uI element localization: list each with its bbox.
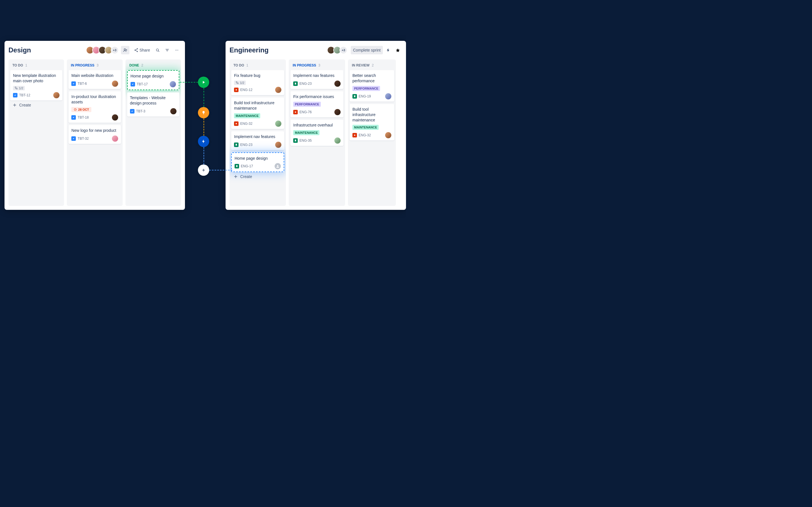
assignee-avatar[interactable] xyxy=(335,109,341,115)
search-icon[interactable] xyxy=(153,46,162,54)
trigger-play-icon[interactable] xyxy=(198,76,209,88)
issue-type-task-icon xyxy=(13,93,17,98)
card-title: Implement nav features xyxy=(293,73,341,78)
assignee-avatar[interactable] xyxy=(275,142,282,148)
design-column-todo: TO DO 1 New template illustration main c… xyxy=(8,59,64,206)
create-issue-button[interactable]: Create xyxy=(10,101,62,110)
due-date: 28 OCT xyxy=(78,108,89,111)
issue-key: TBT-17 xyxy=(137,82,148,86)
subtask-badge: 1/2 xyxy=(234,80,246,85)
issue-card[interactable]: Build tool infrastructure maintenance MA… xyxy=(350,104,394,141)
issue-key: ENG-19 xyxy=(359,94,371,98)
subtask-badge: 1/2 xyxy=(13,86,25,91)
assignee-avatar[interactable] xyxy=(275,87,282,93)
label-performance: PERFORMANCE xyxy=(352,86,380,91)
issue-card[interactable]: Implement nav features ENG-23 xyxy=(290,70,343,89)
issue-card[interactable]: Main website illustration TBT-6 xyxy=(68,70,121,89)
action-bolt-icon[interactable] xyxy=(198,136,209,147)
issue-card[interactable]: Infrastructure overhaul MAINTENANCE ENG-… xyxy=(290,120,343,146)
label-maintenance: MAINTENANCE xyxy=(352,125,378,130)
design-board-title: Design xyxy=(8,46,31,54)
issue-key: TBT-32 xyxy=(78,136,89,140)
column-header: IN REVIEW 2 xyxy=(350,62,394,70)
issue-card[interactable]: Build tool infrastructure maintenance MA… xyxy=(231,98,284,129)
share-label: Share xyxy=(140,48,150,52)
issue-key: ENG-12 xyxy=(240,88,252,92)
assignee-avatar[interactable] xyxy=(112,80,118,87)
column-header: DONE 2 xyxy=(127,62,179,70)
create-label: Create xyxy=(240,174,252,179)
svg-point-25 xyxy=(236,123,237,124)
avatar-overflow[interactable]: +3 xyxy=(111,46,119,54)
assignee-avatar[interactable] xyxy=(275,121,282,127)
column-name: IN PROGRESS xyxy=(293,63,316,67)
column-count: 1 xyxy=(26,63,28,67)
filter-icon[interactable] xyxy=(163,46,171,54)
assignee-avatar[interactable] xyxy=(112,114,118,121)
assignee-avatar[interactable] xyxy=(112,135,118,142)
star-icon[interactable] xyxy=(394,46,402,54)
card-title: Infrastructure overhaul xyxy=(293,122,341,128)
issue-card[interactable]: Better search performance PERFORMANCE EN… xyxy=(350,70,394,102)
issue-type-bug-icon xyxy=(352,133,357,137)
card-title: Templates - Website design process xyxy=(130,95,176,106)
card-title: Build tool infrastructure maintenance xyxy=(234,100,282,111)
assignee-avatar[interactable] xyxy=(335,137,341,144)
assignee-avatar[interactable] xyxy=(385,93,391,100)
assignee-avatar[interactable] xyxy=(385,132,391,138)
card-title: Implement nav features xyxy=(234,134,282,139)
more-icon[interactable] xyxy=(172,46,181,54)
avatar-overflow[interactable]: +3 xyxy=(340,46,347,54)
card-title: Build tool infrastructure maintenance xyxy=(352,107,391,123)
issue-card[interactable]: New logo for new product TBT-32 xyxy=(68,125,121,144)
assignee-avatar[interactable] xyxy=(170,108,176,114)
assignee-avatar[interactable] xyxy=(53,92,59,98)
label-maintenance: MAINTENANCE xyxy=(234,113,260,118)
assignee-avatar[interactable] xyxy=(170,81,176,87)
unassigned-avatar-icon[interactable] xyxy=(274,163,281,169)
add-step-icon[interactable] xyxy=(198,165,209,176)
issue-type-story-icon xyxy=(235,164,239,168)
column-name: IN REVIEW xyxy=(352,63,370,67)
column-count: 3 xyxy=(318,63,320,67)
eng-column-inreview: IN REVIEW 2 Better search performance PE… xyxy=(348,59,396,206)
create-issue-button[interactable]: Create xyxy=(231,172,284,181)
svg-rect-22 xyxy=(236,82,237,83)
issue-card-highlighted[interactable]: Home page design ENG-17 xyxy=(231,152,284,172)
subtask-count: 1/2 xyxy=(19,87,23,90)
design-columns: TO DO 1 New template illustration main c… xyxy=(8,59,181,206)
issue-card[interactable]: In-product tour illustration assets 28 O… xyxy=(68,91,121,123)
engineering-columns: TO DO 1 Fix feature bug 1/2 ENG-12 xyxy=(230,59,402,206)
add-people-button[interactable] xyxy=(121,46,130,54)
issue-card[interactable]: Templates - Website design process TBT-3 xyxy=(127,93,179,117)
design-avatar-group[interactable]: +3 xyxy=(86,46,119,54)
issue-card-highlighted[interactable]: Home page design TBT-17 xyxy=(127,70,179,90)
issue-card[interactable]: Fix feature bug 1/2 ENG-12 xyxy=(231,70,284,95)
issue-card[interactable]: New template illustration main cover pho… xyxy=(10,70,62,101)
condition-bulb-icon[interactable] xyxy=(198,107,209,118)
eng-column-inprogress: IN PROGRESS 3 Implement nav features ENG… xyxy=(289,59,345,206)
design-column-inprogress: IN PROGRESS 3 Main website illustration … xyxy=(67,59,122,206)
share-button[interactable]: Share xyxy=(132,46,152,54)
column-header: TO DO 1 xyxy=(231,62,284,70)
column-count: 3 xyxy=(97,63,99,67)
engineering-board-title: Engineering xyxy=(230,46,269,54)
engineering-avatar-group[interactable]: +3 xyxy=(327,46,347,54)
card-title: Main website illustration xyxy=(71,73,118,78)
complete-sprint-button[interactable]: Complete sprint xyxy=(351,46,383,54)
create-label: Create xyxy=(19,103,31,107)
issue-key: TBT-12 xyxy=(19,93,30,97)
column-name: TO DO xyxy=(12,63,23,67)
svg-marker-21 xyxy=(396,48,400,52)
automation-icon[interactable] xyxy=(384,46,393,54)
svg-point-30 xyxy=(354,135,355,136)
assignee-avatar[interactable] xyxy=(335,80,341,87)
design-board-header: Design +3 Share xyxy=(8,46,181,54)
svg-line-7 xyxy=(135,50,137,51)
engineering-board: Engineering +3 Complete sprint TO DO 1 F… xyxy=(225,41,406,210)
issue-card[interactable]: Fix performance issues PERFORMANCE ENG-7… xyxy=(290,91,343,117)
issue-card[interactable]: Implement nav features ENG-23 xyxy=(231,131,284,150)
column-count: 1 xyxy=(246,63,248,67)
column-count: 2 xyxy=(141,63,143,67)
card-title: Home page design xyxy=(131,73,176,79)
